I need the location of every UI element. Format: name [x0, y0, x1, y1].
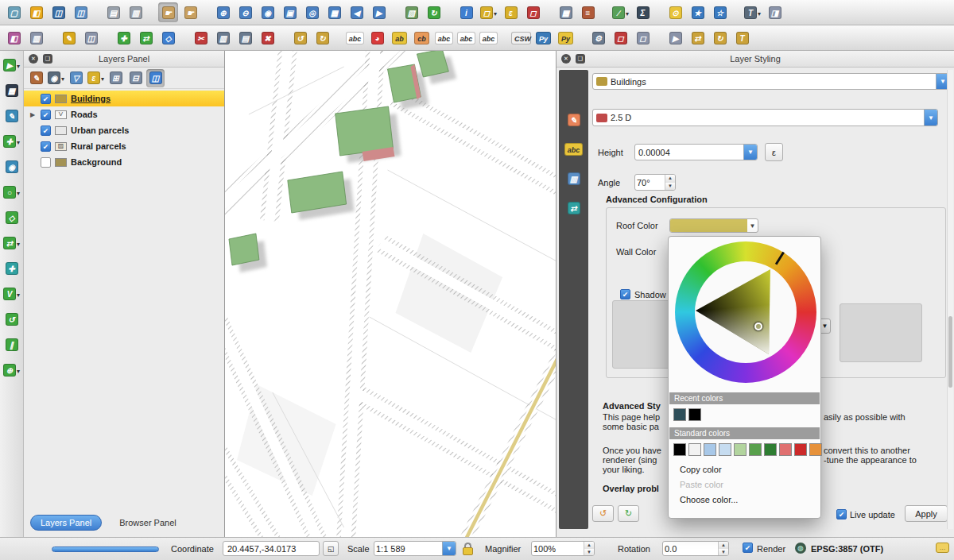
chevron-down-icon[interactable]: ▼ [747, 222, 758, 230]
label-ab-button[interactable]: ab [390, 28, 409, 48]
color-selector-handle[interactable] [754, 322, 762, 330]
history-tab[interactable]: ⇄ [564, 198, 584, 218]
chevron-down-icon[interactable]: ▼ [924, 110, 937, 126]
cut-features-button[interactable]: ✂ [191, 28, 211, 48]
text-annotation-tool[interactable]: T [743, 2, 762, 22]
color-swatch[interactable] [749, 443, 762, 456]
scale-combo[interactable]: 1:1 589 ▼ [374, 541, 456, 556]
redo-edit-button[interactable]: ↻ [312, 28, 332, 48]
spatial-extent-button[interactable]: ◻ [633, 28, 653, 48]
color-swatch[interactable] [704, 443, 716, 456]
labels-tab[interactable]: abc [564, 139, 584, 159]
collapse-all-button[interactable]: ⊟ [126, 69, 145, 87]
color-swatch[interactable] [673, 443, 686, 456]
remove-layer-button[interactable]: ◫ [146, 69, 165, 87]
crs-status-button[interactable]: EPSG:3857 (OTF) [811, 544, 883, 554]
project-save-button[interactable]: ◫ [48, 2, 68, 22]
hue-marker[interactable] [774, 252, 784, 265]
enable-tracing-button[interactable]: ▶ [2, 56, 21, 75]
layer-visibility-checkbox[interactable] [41, 94, 51, 104]
color-wheel[interactable] [675, 241, 816, 383]
rotate-label-tool[interactable]: ↻ [710, 28, 730, 48]
data-defined-override-button[interactable]: ε [765, 143, 783, 161]
color-swatch[interactable] [719, 443, 731, 456]
map-canvas[interactable] [225, 51, 556, 537]
filter-by-expression-button[interactable]: ε [87, 69, 105, 87]
menu-item[interactable]: Copy color [669, 462, 820, 477]
label-highlight-button[interactable]: abc [479, 28, 498, 48]
render-checkbox[interactable] [743, 543, 753, 553]
zoom-out-tool[interactable]: ⊖ [235, 2, 255, 22]
add-feature-tool[interactable]: ✚ [114, 28, 134, 48]
coordinate-input[interactable]: 20.4457,-34.0173 [223, 541, 320, 556]
python-plugins-button[interactable]: Py [556, 28, 576, 48]
zoom-to-selection-button[interactable]: ◎ [302, 2, 322, 22]
project-save-as-button[interactable]: ◫ [71, 2, 91, 22]
grid-options-button[interactable]: ▦ [2, 81, 21, 100]
zoom-last-button[interactable]: ◀ [347, 2, 366, 22]
zoom-full-button[interactable]: ▣ [280, 2, 300, 22]
styling-scrollbar[interactable] [947, 70, 953, 529]
layer-row[interactable]: ▨ Rural parcels [24, 138, 224, 154]
labeling-options-button[interactable]: abc [345, 28, 365, 48]
change-label-tool[interactable]: T [732, 28, 752, 48]
zoom-next-button[interactable]: ▶ [369, 2, 389, 22]
spinner-arrows[interactable]: ▲▼ [718, 542, 728, 555]
color-swatch[interactable] [673, 408, 686, 421]
manage-map-themes-button[interactable]: ◉ [47, 69, 65, 87]
zoom-native-button[interactable]: ◉ [258, 2, 277, 22]
undo-style-button[interactable]: ↺ [592, 505, 614, 522]
apply-button[interactable]: Apply [905, 505, 948, 522]
layer-row[interactable]: Background [24, 154, 224, 170]
node-tool[interactable]: ◇ [158, 28, 178, 48]
panel-tab[interactable]: Browser Panel [110, 516, 186, 530]
paste-features-button[interactable]: ▤ [235, 28, 255, 48]
add-circle-tool[interactable]: ○ [2, 183, 21, 202]
layout-manager-button[interactable]: ▥ [126, 2, 145, 22]
diagram-options-button[interactable]: ◕ [367, 28, 387, 48]
pan-map-tool[interactable]: ☛ [158, 2, 178, 22]
layer-visibility-checkbox[interactable] [41, 126, 51, 136]
zoom-to-layer-button[interactable]: ▦ [324, 2, 344, 22]
color-swatch[interactable] [809, 443, 822, 456]
statistical-summary-button[interactable]: Σ [633, 2, 653, 22]
menu-item[interactable]: Choose color... [669, 492, 820, 508]
select-by-expression-button[interactable]: ε [501, 2, 521, 22]
extent-tool-button[interactable]: ◻ [611, 28, 630, 48]
project-new-button[interactable]: ▢ [4, 2, 24, 22]
chevron-down-icon[interactable]: ▼ [442, 542, 456, 555]
crs-icon[interactable]: ◍ [795, 543, 806, 554]
deselect-features-button[interactable]: ◻ [523, 2, 543, 22]
filter-legend-button[interactable]: ▽ [67, 69, 85, 87]
layer-row[interactable]: Buildings [24, 91, 224, 106]
shadow-size-widget[interactable] [840, 303, 922, 362]
menu-item[interactable]: Paste color [669, 477, 820, 492]
renderer-combo[interactable]: 2.5 D ▼ [592, 109, 938, 126]
offset-curve-tool[interactable]: ∥ [2, 335, 21, 354]
field-calculator-button[interactable]: ≡ [578, 2, 598, 22]
open-attribute-table-button[interactable]: ▦ [556, 2, 576, 22]
layer-visibility-checkbox[interactable] [41, 141, 51, 152]
layer-select-combo[interactable]: Buildings ▼ [592, 73, 950, 90]
extents-toggle-button[interactable]: ◱ [323, 541, 339, 556]
message-log-icon[interactable]: … [936, 543, 949, 553]
vertex-tool[interactable]: ◇ [2, 208, 21, 227]
color-swatch[interactable] [779, 443, 792, 456]
scrollbar-thumb[interactable] [948, 316, 952, 388]
reshape-features-tool[interactable]: ↺ [2, 310, 21, 329]
layer-visibility-checkbox[interactable] [41, 157, 51, 168]
color-swatch[interactable] [688, 408, 701, 421]
pan-to-selection-tool[interactable]: ☛ [180, 2, 200, 22]
processing-options-button[interactable]: ⚙ [588, 28, 608, 48]
color-swatch[interactable] [688, 443, 701, 456]
layer-row[interactable]: V Roads [24, 106, 224, 122]
new-bookmark-button[interactable]: ★ [688, 2, 708, 22]
move-label-tool[interactable]: ⇄ [688, 28, 708, 48]
copy-features-button[interactable]: ▥ [213, 28, 233, 48]
label-show-button[interactable]: abc [456, 28, 476, 48]
expander-icon[interactable] [29, 111, 37, 118]
rotation-spinner[interactable]: 0.0 ▲▼ [662, 541, 729, 556]
split-features-tool[interactable]: V [2, 284, 21, 303]
angle-spinner[interactable]: 70° ▲▼ [634, 174, 676, 191]
layer-visibility-checkbox[interactable] [41, 110, 51, 120]
